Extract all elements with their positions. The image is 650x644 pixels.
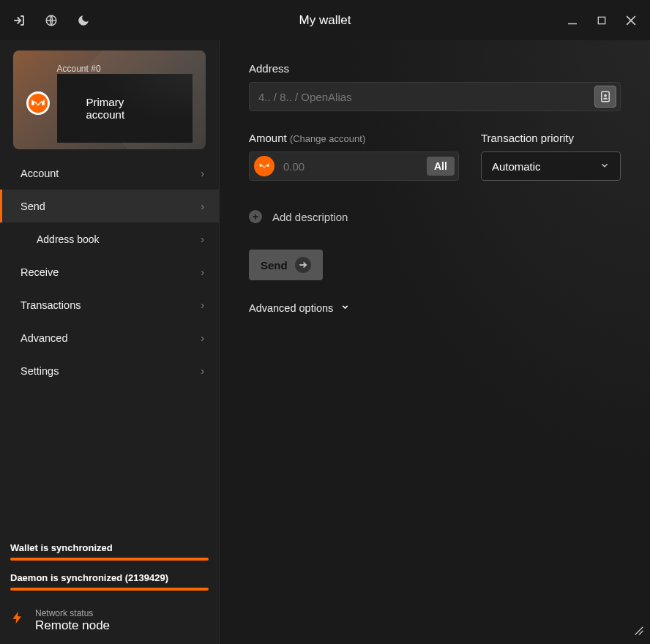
all-button[interactable]: All bbox=[427, 157, 455, 176]
network-status[interactable]: Network status Remote node bbox=[0, 607, 219, 644]
nav-receive-label: Receive bbox=[20, 266, 59, 278]
nav-settings-label: Settings bbox=[20, 365, 59, 377]
wallet-sync-label: Wallet is synchronized bbox=[10, 542, 209, 553]
priority-label: Transaction priority bbox=[481, 132, 621, 144]
address-book-button[interactable] bbox=[594, 86, 616, 108]
network-status-value: Remote node bbox=[35, 618, 110, 633]
address-input-row bbox=[249, 82, 621, 111]
change-account-link[interactable]: (Change account) bbox=[290, 133, 365, 144]
wallet-sync-bar bbox=[10, 558, 209, 561]
network-status-label: Network status bbox=[35, 608, 110, 618]
monero-logo-icon bbox=[26, 91, 50, 115]
account-number: Account #0 bbox=[57, 64, 193, 74]
nav-send-label: Send bbox=[20, 201, 45, 212]
advanced-options-toggle[interactable]: Advanced options bbox=[249, 302, 621, 314]
nav-account-label: Account bbox=[20, 168, 59, 179]
chevron-right-icon: › bbox=[201, 332, 204, 344]
moon-icon[interactable] bbox=[76, 13, 91, 28]
resize-handle-icon[interactable] bbox=[634, 626, 644, 638]
nav-transactions-label: Transactions bbox=[20, 299, 81, 311]
chevron-down-icon bbox=[599, 160, 610, 173]
account-card[interactable]: Account #0 Primary account XMR 0.0000000… bbox=[13, 50, 206, 149]
nav-account[interactable]: Account › bbox=[0, 157, 219, 190]
close-icon[interactable] bbox=[624, 13, 638, 28]
daemon-sync-bar bbox=[10, 588, 209, 591]
svg-line-11 bbox=[639, 631, 643, 634]
chevron-down-icon bbox=[340, 302, 350, 314]
main-panel: Address Amount (Change account) All bbox=[220, 40, 650, 644]
amount-input-row: All bbox=[249, 151, 459, 181]
xmr-icon bbox=[254, 156, 274, 176]
send-button-label: Send bbox=[261, 259, 288, 272]
chevron-right-icon: › bbox=[201, 201, 204, 212]
chevron-right-icon: › bbox=[201, 365, 204, 377]
bolt-icon bbox=[10, 607, 25, 634]
maximize-icon[interactable] bbox=[594, 13, 609, 28]
globe-icon[interactable] bbox=[44, 13, 59, 28]
add-description-label: Add description bbox=[272, 211, 348, 223]
nav-advanced-label: Advanced bbox=[20, 332, 68, 344]
amount-label-text: Amount bbox=[249, 132, 287, 144]
amount-label: Amount (Change account) bbox=[249, 132, 459, 144]
svg-point-7 bbox=[604, 94, 607, 97]
arrow-right-circle-icon bbox=[295, 257, 311, 273]
daemon-sync-label: Daemon is synchronized (2139429) bbox=[10, 572, 209, 583]
amount-input[interactable] bbox=[279, 160, 427, 173]
priority-select[interactable]: Automatic bbox=[481, 151, 621, 181]
sidebar-nav: Account › Send › Address book › Receive … bbox=[0, 157, 219, 387]
sidebar: Account #0 Primary account XMR 0.0000000… bbox=[0, 40, 220, 644]
priority-value: Automatic bbox=[492, 160, 541, 173]
nav-advanced[interactable]: Advanced › bbox=[0, 321, 219, 354]
nav-address-book-label: Address book bbox=[37, 233, 100, 245]
chevron-right-icon: › bbox=[201, 233, 204, 245]
nav-settings[interactable]: Settings › bbox=[0, 354, 219, 387]
window-title: My wallet bbox=[0, 13, 650, 28]
svg-point-8 bbox=[258, 160, 272, 173]
chevron-right-icon: › bbox=[201, 168, 204, 179]
svg-rect-2 bbox=[598, 17, 605, 23]
minimize-icon[interactable] bbox=[565, 13, 580, 28]
chevron-right-icon: › bbox=[201, 266, 204, 278]
chevron-right-icon: › bbox=[201, 299, 204, 311]
nav-transactions[interactable]: Transactions › bbox=[0, 288, 219, 321]
titlebar: My wallet bbox=[0, 0, 650, 40]
add-description-button[interactable]: + Add description bbox=[249, 210, 621, 223]
sync-status: Wallet is synchronized Daemon is synchro… bbox=[0, 542, 219, 607]
address-label: Address bbox=[249, 62, 621, 75]
nav-send[interactable]: Send › bbox=[0, 190, 219, 222]
plus-circle-icon: + bbox=[249, 210, 262, 223]
send-button[interactable]: Send bbox=[249, 250, 323, 280]
account-name: Primary account bbox=[57, 74, 193, 143]
logout-icon[interactable] bbox=[12, 13, 26, 28]
address-input[interactable] bbox=[250, 91, 594, 103]
advanced-options-label: Advanced options bbox=[249, 302, 333, 314]
nav-receive[interactable]: Receive › bbox=[0, 255, 219, 288]
svg-line-10 bbox=[635, 627, 643, 635]
nav-address-book[interactable]: Address book › bbox=[0, 222, 219, 255]
